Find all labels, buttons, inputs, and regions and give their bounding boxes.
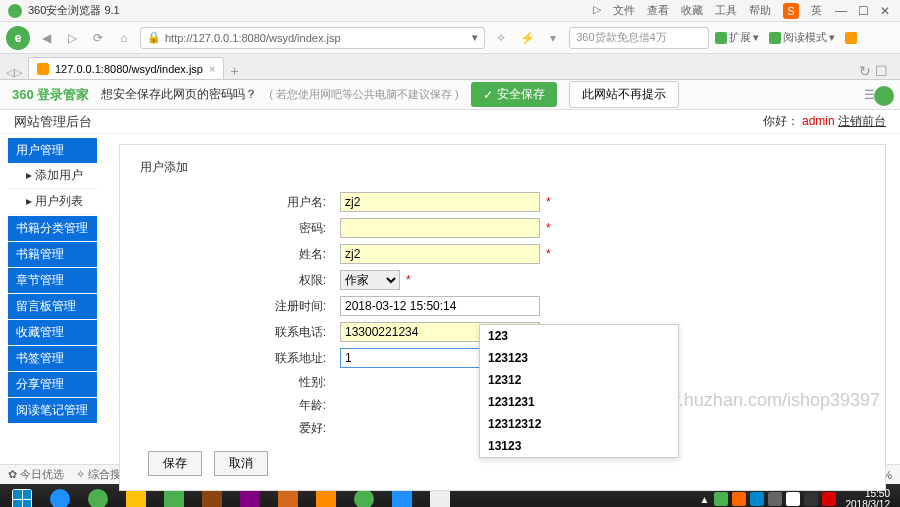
tray-icon[interactable]	[750, 492, 764, 506]
sidebar-chapter-mgmt[interactable]: 章节管理	[8, 268, 97, 293]
maximize-button[interactable]: ☐	[856, 4, 870, 18]
minimize-button[interactable]: —	[834, 4, 848, 18]
menu-view[interactable]: 查看	[647, 3, 669, 19]
url-text: http://127.0.0.1:8080/wsyd/index.jsp	[165, 32, 341, 44]
tray-up-icon[interactable]: ▲	[700, 494, 710, 505]
tray-icon[interactable]	[786, 492, 800, 506]
label-phone: 联系电话:	[140, 324, 340, 341]
zoom-icon[interactable]: ✧	[491, 28, 511, 48]
page-header: 网站管理后台 你好： admin 注销前台	[0, 110, 900, 134]
sidebar-user-list[interactable]: ▸ 用户列表	[8, 189, 97, 215]
save-password-button[interactable]: ✓ 安全保存	[471, 82, 557, 107]
lock-icon: 🔒	[147, 31, 161, 44]
input-regtime[interactable]	[340, 296, 540, 316]
page-title: 网站管理后台	[14, 113, 92, 131]
search-input[interactable]: 360贷款免息借4万	[569, 27, 709, 49]
dropdown-icon[interactable]: ▾	[472, 31, 478, 44]
label-username: 用户名:	[140, 194, 340, 211]
label-address: 联系地址:	[140, 350, 340, 367]
select-role[interactable]: 作家	[340, 270, 400, 290]
start-button[interactable]	[4, 486, 40, 507]
input-name[interactable]	[340, 244, 540, 264]
back-button[interactable]: ◀	[36, 28, 56, 48]
tray-icon[interactable]	[714, 492, 728, 506]
home-button[interactable]: ⌂	[114, 28, 134, 48]
tab-favicon-icon	[37, 63, 49, 75]
notification-badge[interactable]	[874, 86, 894, 106]
ext-fav[interactable]	[845, 32, 857, 44]
sidebar-message-mgmt[interactable]: 留言板管理	[8, 294, 97, 319]
label-gender: 性别:	[140, 374, 340, 391]
browser-tab[interactable]: 127.0.0.1:8080/wsyd/index.jsp ×	[28, 57, 224, 79]
label-role: 权限:	[140, 272, 340, 289]
sidebar-book-mgmt[interactable]: 书籍管理	[8, 242, 97, 267]
req-icon: *	[546, 247, 551, 261]
autocomplete-item[interactable]: 12312312	[480, 413, 678, 435]
cancel-button[interactable]: 取消	[214, 451, 268, 476]
sidebar-share-mgmt[interactable]: 分享管理	[8, 372, 97, 397]
tray-icon[interactable]	[732, 492, 746, 506]
input-username[interactable]	[340, 192, 540, 212]
never-save-button[interactable]: 此网站不再提示	[569, 81, 679, 108]
sidebar-bookmark-mgmt[interactable]: 书签管理	[8, 346, 97, 371]
taskbar-360[interactable]	[80, 486, 116, 507]
tray-icon[interactable]	[768, 492, 782, 506]
sidebar-notes-mgmt[interactable]: 阅读笔记管理	[8, 398, 97, 423]
ext-reader[interactable]: 阅读模式 ▾	[769, 30, 835, 45]
main-layout: 用户管理 ▸ 添加用户 ▸ 用户列表 书籍分类管理 书籍管理 章节管理 留言板管…	[0, 134, 900, 464]
label-age: 年龄:	[140, 397, 340, 414]
logout-link[interactable]: 注销前台	[838, 114, 886, 128]
browser-titlebar: 360安全浏览器 9.1 ▷ 文件 查看 收藏 工具 帮助 S 英 — ☐ ✕	[0, 0, 900, 22]
app-icon	[8, 4, 22, 18]
forward-button[interactable]: ▷	[62, 28, 82, 48]
menu-help[interactable]: 帮助	[749, 3, 771, 19]
tab-title: 127.0.0.1:8080/wsyd/index.jsp	[55, 63, 203, 75]
autocomplete-item[interactable]: 12312	[480, 369, 678, 391]
ime-label: 英	[811, 3, 822, 19]
today-pick[interactable]: ✿ 今日优选	[8, 467, 64, 482]
url-input[interactable]: 🔒 http://127.0.0.1:8080/wsyd/index.jsp ▾	[140, 27, 485, 49]
label-regtime: 注册时间:	[140, 298, 340, 315]
save-note: ( 若您使用网吧等公共电脑不建议保存 )	[269, 87, 458, 102]
new-tab-button[interactable]: +	[230, 63, 238, 79]
autocomplete-item[interactable]: 13123	[480, 435, 678, 457]
menu-file[interactable]: 文件	[613, 3, 635, 19]
lightning-icon[interactable]: ⚡	[517, 28, 537, 48]
tab-prefix-icon[interactable]: ◁▷	[6, 66, 22, 79]
username-label: admin	[802, 114, 835, 128]
user-info: 你好： admin 注销前台	[763, 113, 886, 130]
sidebar-book-category[interactable]: 书籍分类管理	[8, 216, 97, 241]
autocomplete-item[interactable]: 123	[480, 325, 678, 347]
browser-logo-icon[interactable]: e	[6, 26, 30, 50]
input-password[interactable]	[340, 218, 540, 238]
save-question: 想安全保存此网页的密码吗？	[101, 86, 257, 103]
req-icon: *	[406, 273, 411, 287]
tray-icon[interactable]	[804, 492, 818, 506]
req-icon: *	[546, 195, 551, 209]
save-button[interactable]: 保存	[148, 451, 202, 476]
sidebar-header-user[interactable]: 用户管理	[8, 138, 97, 163]
reload-button[interactable]: ⟳	[88, 28, 108, 48]
autocomplete-dropdown: 123 123123 12312 1231231 12312312 13123	[479, 324, 679, 458]
menu-tools[interactable]: 工具	[715, 3, 737, 19]
panel-title: 用户添加	[140, 159, 865, 176]
label-password: 密码:	[140, 220, 340, 237]
tray-sogou-icon[interactable]	[822, 492, 836, 506]
sidebar-add-user[interactable]: ▸ 添加用户	[8, 163, 97, 189]
sidebar-fav-mgmt[interactable]: 收藏管理	[8, 320, 97, 345]
chevron-icon[interactable]: ▾	[543, 28, 563, 48]
sogou-ime-icon: S	[783, 3, 799, 19]
address-bar: e ◀ ▷ ⟳ ⌂ 🔒 http://127.0.0.1:8080/wsyd/i…	[0, 22, 900, 54]
tab-overflow-icon[interactable]: ↻ ☐	[853, 63, 894, 79]
ext-expand[interactable]: 扩展 ▾	[715, 30, 759, 45]
autocomplete-item[interactable]: 123123	[480, 347, 678, 369]
menu-fav[interactable]: 收藏	[681, 3, 703, 19]
close-button[interactable]: ✕	[878, 4, 892, 18]
taskbar-ie[interactable]	[42, 486, 78, 507]
req-icon: *	[546, 221, 551, 235]
autocomplete-item[interactable]: 1231231	[480, 391, 678, 413]
tab-close-icon[interactable]: ×	[209, 63, 215, 75]
brand-label: 360 登录管家	[12, 86, 89, 104]
app-title: 360安全浏览器 9.1	[28, 3, 593, 18]
content-area: 用户添加 用户名: * 密码: * 姓名: * 权限: 作家* 注册时间:	[105, 134, 900, 464]
